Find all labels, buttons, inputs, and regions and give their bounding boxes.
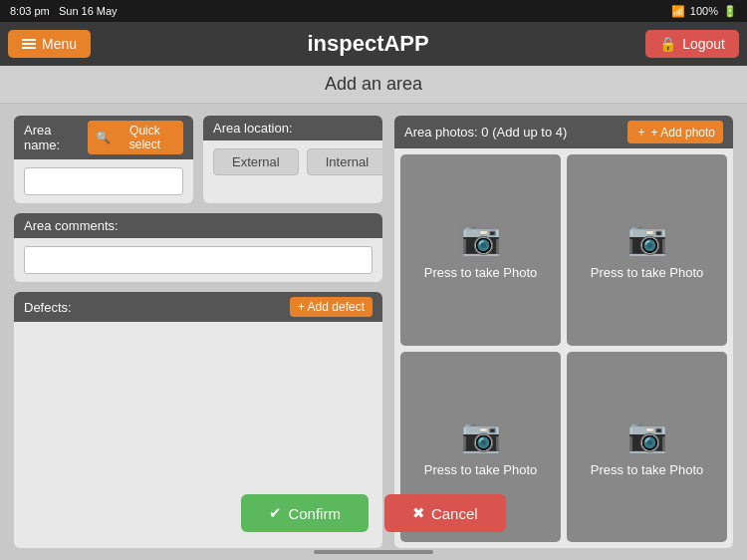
status-bar: 8:03 pm Sun 16 May 📶 100% 🔋: [0, 0, 747, 22]
search-icon: 🔍: [96, 131, 111, 144]
app-title-light: inspect: [307, 31, 383, 56]
confirm-label: Confirm: [288, 505, 341, 522]
menu-button[interactable]: Menu: [8, 30, 91, 58]
top-form-row: Area name: 🔍 Quick select Area location:: [14, 116, 382, 203]
photo-label-1: Press to take Photo: [424, 265, 537, 280]
area-comments-input[interactable]: [24, 246, 373, 274]
app-title: inspectAPP: [307, 31, 428, 57]
bottom-actions: ✔ Confirm ✖ Cancel: [0, 494, 747, 532]
location-buttons: External Internal: [203, 140, 382, 183]
external-button[interactable]: External: [213, 148, 299, 175]
defects-label: Defects:: [24, 300, 72, 315]
hamburger-icon: [22, 39, 36, 49]
external-label: External: [232, 154, 280, 169]
photos-header-label: Area photos: 0 (Add up to 4): [404, 125, 567, 140]
photo-label-3: Press to take Photo: [424, 462, 537, 477]
internal-label: Internal: [326, 154, 369, 169]
add-photo-label: + Add photo: [651, 126, 715, 140]
photos-panel: Area photos: 0 (Add up to 4) ＋ + Add pho…: [394, 116, 733, 548]
confirm-button[interactable]: ✔ Confirm: [241, 494, 369, 532]
add-photo-icon: ＋: [635, 124, 647, 140]
main-content: Area name: 🔍 Quick select Area location:: [0, 104, 747, 560]
add-photo-button[interactable]: ＋ + Add photo: [627, 121, 723, 143]
status-time-date: 8:03 pm Sun 16 May: [10, 5, 118, 17]
logout-button[interactable]: 🔒 Logout: [645, 30, 739, 58]
area-name-section: Area name: 🔍 Quick select: [14, 116, 193, 203]
add-defect-button[interactable]: + Add defect: [290, 297, 373, 317]
area-location-section: Area location: External Internal: [203, 116, 382, 203]
quick-select-button[interactable]: 🔍 Quick select: [88, 121, 183, 154]
lock-icon: 🔒: [659, 36, 676, 52]
area-comments-label: Area comments:: [24, 218, 119, 233]
page-title: Add an area: [0, 66, 747, 104]
photo-slot-1[interactable]: 📷 Press to take Photo: [400, 154, 561, 346]
camera-icon-2: 📷: [627, 219, 667, 257]
area-name-body: [14, 159, 193, 203]
comments-section: Area comments:: [14, 213, 382, 282]
top-nav: Menu inspectAPP 🔒 Logout: [0, 22, 747, 66]
cancel-label: Cancel: [431, 505, 478, 522]
cancel-x-icon: ✖: [412, 504, 425, 522]
camera-icon-3: 📷: [461, 417, 501, 454]
photos-grid: 📷 Press to take Photo 📷 Press to take Ph…: [394, 148, 733, 548]
photo-label-4: Press to take Photo: [591, 462, 703, 477]
quick-select-label: Quick select: [115, 124, 175, 151]
area-name-input[interactable]: [24, 167, 183, 195]
defects-header: Defects: + Add defect: [14, 292, 382, 322]
camera-icon-1: 📷: [461, 219, 501, 257]
camera-icon-4: 📷: [627, 417, 667, 454]
add-defect-label: + Add defect: [298, 300, 365, 314]
battery-icon: 🔋: [723, 5, 737, 18]
menu-label: Menu: [42, 36, 77, 52]
status-right: 📶 100% 🔋: [671, 5, 737, 18]
photo-slot-2[interactable]: 📷 Press to take Photo: [567, 154, 727, 346]
battery-label: 100%: [690, 5, 718, 17]
logout-label: Logout: [682, 36, 725, 52]
defects-body: [14, 322, 382, 382]
area-location-header: Area location:: [203, 116, 382, 140]
area-name-label: Area name:: [24, 123, 88, 152]
internal-button[interactable]: Internal: [307, 148, 382, 175]
left-panel: Area name: 🔍 Quick select Area location:: [14, 116, 382, 548]
comments-body: [14, 238, 382, 282]
area-name-header: Area name: 🔍 Quick select: [14, 116, 193, 159]
comments-header: Area comments:: [14, 213, 382, 238]
confirm-check-icon: ✔: [269, 504, 282, 522]
home-indicator: [314, 550, 433, 554]
photos-header: Area photos: 0 (Add up to 4) ＋ + Add pho…: [394, 116, 733, 148]
app-title-bold: APP: [383, 31, 428, 56]
wifi-icon: 📶: [671, 5, 685, 18]
area-location-label: Area location:: [213, 121, 293, 136]
photo-label-2: Press to take Photo: [591, 265, 703, 280]
cancel-button[interactable]: ✖ Cancel: [384, 494, 506, 532]
